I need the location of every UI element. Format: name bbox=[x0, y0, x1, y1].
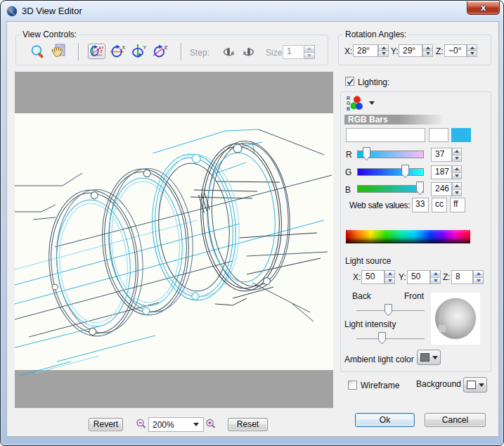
spin-down-icon[interactable] bbox=[378, 51, 389, 58]
spin-down-icon[interactable] bbox=[452, 172, 462, 180]
ambient-color-dropdown[interactable] bbox=[417, 350, 441, 365]
ambient-light-label: Ambient light color bbox=[344, 355, 414, 364]
dropdown-arrow-icon bbox=[432, 356, 438, 359]
size-input[interactable]: 1 bbox=[283, 45, 304, 59]
color-text-input[interactable] bbox=[346, 128, 425, 142]
rotation-z-label: Z: bbox=[436, 46, 444, 56]
spin-down-icon[interactable] bbox=[304, 52, 315, 60]
step-label: Step: bbox=[190, 48, 209, 58]
rotate-z-icon[interactable]: Z bbox=[153, 44, 169, 58]
green-slider-track[interactable] bbox=[357, 168, 424, 176]
ambient-color-swatch bbox=[420, 353, 429, 362]
revert-button[interactable]: Revert bbox=[89, 418, 123, 431]
rgb-mode-dropdown-icon[interactable] bbox=[369, 101, 375, 105]
rotation-y-label: Y: bbox=[391, 46, 399, 56]
rotation-y-spinner[interactable] bbox=[422, 44, 433, 57]
light-x-spinner[interactable] bbox=[385, 270, 395, 284]
svg-text:B: B bbox=[347, 106, 350, 111]
light-x-input[interactable]: 50 bbox=[361, 270, 385, 284]
red-value-input[interactable]: 37 bbox=[431, 148, 452, 162]
rotation-x-spinner[interactable] bbox=[378, 44, 389, 57]
blue-slider-track[interactable] bbox=[357, 185, 424, 193]
zoom-in-icon[interactable] bbox=[205, 419, 216, 430]
green-value-input[interactable]: 187 bbox=[431, 165, 452, 179]
rotation-z-input[interactable]: ~0° bbox=[444, 44, 467, 57]
blue-slider-thumb[interactable] bbox=[416, 181, 424, 196]
current-color-swatch bbox=[451, 128, 471, 142]
rotation-y-input[interactable]: 29° bbox=[399, 44, 422, 57]
step-rotate-right-icon[interactable] bbox=[241, 46, 256, 58]
size-spinner[interactable] bbox=[304, 45, 315, 59]
back-label: Back bbox=[352, 291, 371, 301]
zoom-combo-arrow-icon[interactable] bbox=[193, 423, 199, 426]
websafe-r-input[interactable]: 33 bbox=[412, 198, 429, 212]
window-title: 3D View Editor bbox=[22, 6, 82, 16]
cancel-button[interactable]: Cancel bbox=[425, 413, 486, 427]
dialog-window: 3D View Editor x View Controls: XY Z X bbox=[0, 0, 504, 446]
step-rotate-left-icon[interactable] bbox=[221, 46, 236, 58]
spin-down-icon[interactable] bbox=[430, 277, 441, 285]
light-y-spinner[interactable] bbox=[430, 270, 441, 284]
background-label: Background bbox=[416, 379, 461, 389]
light-z-spinner[interactable] bbox=[473, 270, 484, 284]
close-icon: x bbox=[481, 2, 486, 13]
intensity-slider-track[interactable] bbox=[356, 338, 425, 339]
blue-value-input[interactable]: 246 bbox=[431, 182, 452, 196]
blue-spinner[interactable] bbox=[452, 182, 462, 196]
svg-text:Z: Z bbox=[164, 45, 168, 50]
light-y-label: Y: bbox=[399, 272, 406, 282]
svg-text:R: R bbox=[347, 96, 350, 101]
green-spinner[interactable] bbox=[452, 165, 462, 179]
light-source-label: Light source bbox=[345, 256, 391, 266]
ok-button[interactable]: Ok bbox=[355, 413, 415, 427]
red-spinner[interactable] bbox=[452, 148, 462, 162]
green-slider-label: G bbox=[345, 167, 351, 177]
rotate-xyz-icon: XY Z bbox=[90, 45, 104, 58]
toolbar-separator bbox=[181, 43, 181, 60]
depth-slider-thumb[interactable] bbox=[385, 304, 392, 317]
rotation-z-spinner[interactable] bbox=[467, 44, 477, 57]
light-z-input[interactable]: 8 bbox=[451, 270, 473, 284]
zoom-tool-icon[interactable] bbox=[30, 44, 46, 60]
lighting-checkbox[interactable] bbox=[345, 77, 354, 86]
light-y-input[interactable]: 50 bbox=[407, 270, 430, 284]
rgb-bars-header: RGB Bars bbox=[344, 115, 444, 125]
close-button[interactable]: x bbox=[467, 1, 500, 15]
green-slider-thumb[interactable] bbox=[401, 165, 409, 179]
spin-down-icon[interactable] bbox=[452, 189, 462, 197]
front-label: Front bbox=[404, 291, 424, 301]
viewport-letterbox-top bbox=[15, 72, 333, 113]
toolbar-separator bbox=[78, 43, 79, 60]
rotate-x-icon[interactable]: X bbox=[110, 44, 127, 58]
spin-down-icon[interactable] bbox=[467, 51, 477, 58]
background-color-dropdown[interactable] bbox=[463, 377, 487, 393]
spin-down-icon[interactable] bbox=[473, 277, 484, 285]
background-color-swatch bbox=[467, 381, 476, 389]
red-slider-label: R bbox=[346, 150, 352, 160]
spin-down-icon[interactable] bbox=[422, 51, 433, 58]
websafe-g-input[interactable]: cc bbox=[432, 198, 447, 212]
spin-down-icon[interactable] bbox=[452, 155, 462, 163]
svg-text:G: G bbox=[347, 101, 351, 106]
pan-tool-icon[interactable] bbox=[49, 44, 66, 60]
viewport-3d-view[interactable] bbox=[15, 72, 333, 408]
intensity-slider-thumb[interactable] bbox=[378, 332, 386, 345]
zoom-out-icon[interactable] bbox=[136, 419, 146, 430]
wireframe-checkbox[interactable] bbox=[348, 381, 357, 390]
titlebar[interactable]: 3D View Editor x bbox=[1, 1, 503, 21]
light-preview-sphere bbox=[431, 293, 480, 345]
light-z-label: Z: bbox=[443, 272, 451, 282]
red-slider-thumb[interactable] bbox=[363, 147, 370, 161]
light-x-label: X: bbox=[353, 272, 361, 282]
rotation-angles-label: Rotation Angles: bbox=[343, 30, 408, 39]
spin-down-icon[interactable] bbox=[385, 277, 395, 285]
svg-text:X: X bbox=[122, 45, 126, 50]
rgb-mode-icon[interactable]: R G B bbox=[347, 94, 363, 110]
check-icon bbox=[346, 77, 355, 87]
websafe-b-input[interactable]: ff bbox=[450, 198, 465, 212]
color-spectrum-bar[interactable] bbox=[346, 230, 470, 243]
previous-color-swatch bbox=[429, 128, 448, 142]
rotate-y-icon[interactable]: Y bbox=[131, 44, 148, 58]
reset-button[interactable]: Reset bbox=[228, 418, 268, 431]
rotation-x-input[interactable]: 28° bbox=[353, 44, 378, 57]
